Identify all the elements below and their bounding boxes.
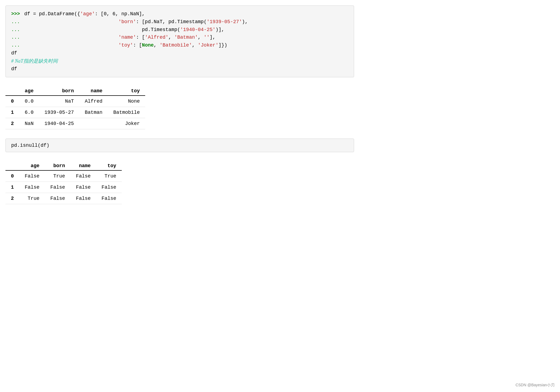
code-line-2: ... 'born': [pd.NaT, pd.Timestamp('1939-… — [11, 18, 348, 26]
table-cell: Batman — [79, 107, 108, 118]
df-table-2-container: age born name toy 0FalseTrueFalseTrue1Fa… — [5, 159, 354, 207]
df-table-2-header-idx — [5, 161, 19, 170]
table-cell: False — [19, 182, 45, 193]
table-row: 2NaN1940-04-25Joker — [5, 118, 145, 129]
code-line-6: df — [11, 49, 348, 57]
table-cell: 0 — [5, 96, 19, 107]
table-cell: True — [96, 170, 122, 182]
code-text-4: 'name': ['Alfred', 'Batman', ''], — [24, 33, 215, 41]
code-text-1: df = pd.DataFrame({'age': [0, 6, np.NaN]… — [24, 10, 145, 18]
df-table-2-header-born: born — [45, 161, 71, 170]
df-table-1: age born name toy 00.0NaTAlfredNone16.01… — [5, 87, 145, 129]
table-cell: NaT — [39, 96, 79, 107]
table-cell: 0.0 — [19, 96, 39, 107]
df-table-1-container: age born name toy 00.0NaTAlfredNone16.01… — [5, 84, 354, 132]
code-line-4: ... 'name': ['Alfred', 'Batman', ''], — [11, 33, 348, 41]
table-cell: True — [19, 193, 45, 204]
code-df-2: df — [11, 65, 17, 73]
table-cell — [79, 118, 108, 129]
code-line-7: # NaT指的是缺失时间 — [11, 57, 348, 65]
table-cell: 1 — [5, 182, 19, 193]
table-cell: False — [19, 170, 45, 182]
table-cell: False — [71, 170, 96, 182]
cont-4: ... — [11, 33, 22, 41]
code-line-8: df — [11, 65, 348, 73]
code-single-isnull: pd.isnull(df) — [5, 139, 354, 152]
table-cell: 0 — [5, 170, 19, 182]
table-row: 1FalseFalseFalseFalse — [5, 182, 122, 193]
code-line-5: ... 'toy': [None, 'Batmobile', 'Joker']}… — [11, 41, 348, 49]
table-row: 0FalseTrueFalseTrue — [5, 170, 122, 182]
table-cell: 1940-04-25 — [39, 118, 79, 129]
df-table-1-header-row: age born name toy — [5, 87, 145, 96]
df-table-1-header-toy: toy — [108, 87, 145, 96]
df-table-2-header-row: age born name toy — [5, 161, 122, 170]
prompt-1: >>> — [11, 10, 22, 18]
df-table-2-header-name: name — [71, 161, 96, 170]
df-table-1-header-age: age — [19, 87, 39, 96]
table-cell: 2 — [5, 193, 19, 204]
table-cell: False — [71, 193, 96, 204]
df-table-1-header-born: born — [39, 87, 79, 96]
df-table-1-header-idx — [5, 87, 19, 96]
table-cell: 2 — [5, 118, 19, 129]
table-cell: False — [71, 182, 96, 193]
table-cell: 1 — [5, 107, 19, 118]
code-text-5: 'toy': [None, 'Batmobile', 'Joker']}) — [24, 41, 227, 49]
table-cell: None — [108, 96, 145, 107]
table-cell: 6.0 — [19, 107, 39, 118]
table-cell: False — [96, 193, 122, 204]
table-row: 00.0NaTAlfredNone — [5, 96, 145, 107]
code-df-1: df — [11, 49, 17, 57]
df-table-2-header-toy: toy — [96, 161, 122, 170]
cont-5: ... — [11, 41, 22, 49]
table-cell: Joker — [108, 118, 145, 129]
table-row: 2TrueFalseFalseFalse — [5, 193, 122, 204]
cont-2: ... — [11, 18, 22, 26]
code-line-1: >>> df = pd.DataFrame({'age': [0, 6, np.… — [11, 10, 348, 18]
code-text-2: 'born': [pd.NaT, pd.Timestamp('1939-05-2… — [24, 18, 248, 26]
code-isnull-text: pd.isnull(df) — [11, 143, 49, 148]
table-cell: 1939-05-27 — [39, 107, 79, 118]
df-table-2: age born name toy 0FalseTrueFalseTrue1Fa… — [5, 161, 122, 204]
table-cell: Alfred — [79, 96, 108, 107]
table-cell: True — [45, 170, 71, 182]
code-text-3: pd.Timestamp('1940-04-25')], — [24, 26, 224, 34]
code-block: >>> df = pd.DataFrame({'age': [0, 6, np.… — [5, 5, 354, 77]
table-cell: NaN — [19, 118, 39, 129]
code-line-3: ... pd.Timestamp('1940-04-25')], — [11, 26, 348, 34]
table-cell: False — [45, 182, 71, 193]
table-cell: Batmobile — [108, 107, 145, 118]
df-table-1-header-name: name — [79, 87, 108, 96]
df-table-2-header-age: age — [19, 161, 45, 170]
comment-nat: # NaT指的是缺失时间 — [11, 57, 58, 65]
cont-3: ... — [11, 26, 22, 34]
table-row: 16.01939-05-27BatmanBatmobile — [5, 107, 145, 118]
table-cell: False — [45, 193, 71, 204]
table-cell: False — [96, 182, 122, 193]
